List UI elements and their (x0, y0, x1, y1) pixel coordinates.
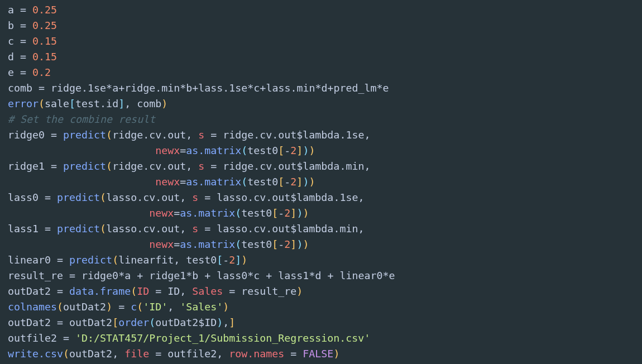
code-token: outDat2 (69, 317, 112, 328)
code-token: lass0 (8, 191, 45, 203)
code-token: lass1 (278, 270, 309, 281)
code-token: * (186, 270, 192, 281)
code-token: * (309, 270, 315, 281)
code-token: = (51, 160, 63, 172)
code-token: ridge1 (8, 160, 51, 172)
code-token: ) (303, 176, 309, 188)
code-token: , (167, 301, 180, 313)
code-token: ] (229, 317, 235, 328)
code-token: e (383, 82, 389, 94)
code-token: , (112, 348, 124, 360)
code-token: $ (296, 129, 303, 141)
code-line: b = 0.25 (8, 20, 57, 31)
code-token: test0 (247, 145, 278, 156)
code-line: comb = ridge.1se*a+ridge.min*b+lass.1se*… (8, 82, 389, 94)
code-token: e (8, 66, 20, 78)
code-token: * (106, 82, 112, 94)
code-token: ) (303, 145, 309, 156)
code-token: $ (296, 160, 303, 172)
code-token: , (186, 129, 198, 141)
code-token: lasso.cv.out (106, 191, 180, 203)
code-token: = (20, 20, 32, 31)
code-token: [ (272, 238, 278, 250)
code-token: , (180, 191, 192, 203)
code-token: ) (296, 207, 303, 219)
code-token: c (131, 301, 137, 313)
code-token: ( (235, 238, 241, 250)
code-token: = (51, 129, 63, 141)
code-token: ] (235, 254, 241, 266)
code-token: ) (333, 348, 339, 360)
code-token: = (174, 238, 180, 250)
code-token: test0 (186, 254, 217, 266)
code-token: lambda.1se (296, 191, 358, 203)
code-token: lass.1se (198, 82, 247, 94)
code-token: ( (57, 301, 63, 313)
code-line: c = 0.15 (8, 35, 57, 47)
code-token: , (180, 223, 192, 234)
code-token: comb (8, 82, 39, 94)
code-line: error(sale[test.id], comb) (8, 98, 167, 109)
code-token: = (57, 285, 69, 297)
code-token: predict (63, 129, 106, 141)
code-token: , (364, 129, 370, 141)
code-token: ) (106, 301, 112, 313)
code-token: predict (63, 160, 106, 172)
code-token: = (39, 82, 51, 94)
code-token: , (124, 98, 137, 109)
code-token: - (284, 176, 290, 188)
code-token: 2 (284, 238, 290, 250)
code-token: ID (167, 285, 180, 297)
code-token: 'Sales' (180, 301, 223, 313)
code-line: ridge1 = predict(ridge.cv.out, s = ridge… (8, 160, 370, 172)
code-token: = (20, 66, 32, 78)
code-token: s (198, 160, 210, 172)
code-token: * (377, 82, 383, 94)
code-token: 0.25 (32, 20, 57, 31)
code-token: lasso.cv.out (217, 223, 290, 234)
code-token: * (180, 82, 186, 94)
code-token: d (321, 82, 327, 94)
code-token: ) (217, 317, 223, 328)
code-token: ) (309, 176, 315, 188)
code-line: e = 0.2 (8, 66, 51, 78)
code-token: ( (137, 301, 143, 313)
code-token: 0.25 (32, 4, 57, 16)
code-token: ) (223, 301, 229, 313)
code-token: e (389, 270, 395, 281)
code-line: outDat2 = data.frame(ID = ID, Sales = re… (8, 285, 303, 297)
code-token: ( (106, 160, 112, 172)
code-token: predict (57, 223, 100, 234)
code-token: comb (137, 98, 161, 109)
code-token: write.csv (8, 348, 63, 360)
code-token: error (8, 98, 39, 109)
code-token: * (247, 270, 253, 281)
code-line: newx=as.matrix(test0[-2])) (8, 176, 315, 188)
code-editor[interactable]: a = 0.25 b = 0.25 c = 0.15 d = 0.15 e = … (0, 0, 642, 362)
code-token: [ (69, 98, 75, 109)
code-token: lasso.cv.out (217, 191, 290, 203)
code-token: s (198, 129, 210, 141)
code-token: predict (57, 191, 100, 203)
code-token: s (192, 191, 204, 203)
code-token: linearfit (118, 254, 174, 266)
code-token: lambda.1se (303, 129, 364, 141)
code-token: outDat2 (155, 317, 198, 328)
code-token: c (253, 82, 260, 94)
code-token: data.frame (69, 285, 131, 297)
code-token: c (253, 270, 266, 281)
code-token: + (327, 270, 339, 281)
code-token: + (327, 82, 333, 94)
code-token: newx (149, 238, 174, 250)
code-token: = (155, 348, 167, 360)
code-token: = (210, 160, 223, 172)
code-token: newx (149, 207, 174, 219)
code-token: ( (241, 176, 247, 188)
code-token: as.matrix (186, 176, 241, 188)
code-token: result_re (8, 270, 69, 281)
code-token: = (20, 4, 32, 16)
code-token: outDat2 (8, 317, 57, 328)
code-token: , (186, 160, 198, 172)
code-line: write.csv(outDat2, file = outfile2, row.… (8, 348, 339, 360)
code-token: , (364, 160, 370, 172)
